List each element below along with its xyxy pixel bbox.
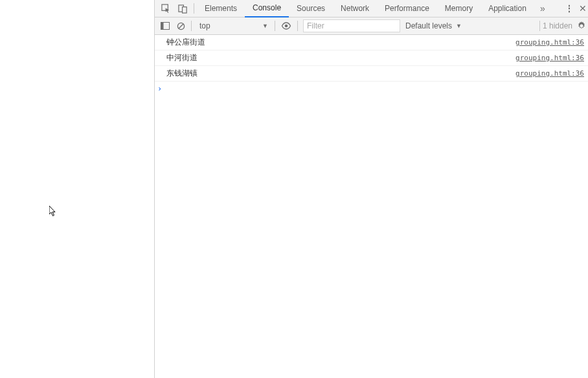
log-source-link[interactable]: grouping.html:36	[515, 37, 584, 49]
log-row: 钟公庙街道 grouping.html:36	[155, 35, 588, 50]
separator	[539, 21, 540, 31]
filter-input[interactable]	[307, 21, 396, 30]
svg-line-6	[178, 23, 183, 28]
separator	[194, 3, 194, 14]
console-input[interactable]	[165, 83, 584, 94]
tab-console[interactable]: Console	[245, 0, 289, 17]
console-prompt[interactable]: ›	[155, 82, 588, 95]
svg-point-7	[285, 25, 288, 28]
inspect-element-icon[interactable]	[157, 0, 174, 17]
page-viewport	[0, 0, 154, 378]
gear-icon[interactable]	[575, 19, 588, 33]
devtools-panel: Elements Console Sources Network Perform…	[154, 0, 588, 378]
log-source-link[interactable]: grouping.html:36	[515, 68, 584, 80]
log-message: 钟公庙街道	[166, 36, 515, 48]
tab-application[interactable]: Application	[481, 0, 534, 17]
console-output: 钟公庙街道 grouping.html:36 中河街道 grouping.htm…	[155, 35, 588, 378]
context-label: top	[199, 21, 210, 30]
separator	[297, 21, 298, 31]
tab-elements[interactable]: Elements	[197, 0, 245, 17]
chevron-down-icon: ▼	[262, 23, 268, 29]
tab-memory[interactable]: Memory	[437, 0, 481, 17]
log-row: 中河街道 grouping.html:36	[155, 50, 588, 66]
tab-sources[interactable]: Sources	[289, 0, 333, 17]
filter-field[interactable]	[303, 19, 400, 32]
live-expression-icon[interactable]	[278, 19, 295, 33]
console-toolbar: top ▼ Default levels ▼ 1 hidden	[155, 17, 588, 35]
prompt-chevron-icon: ›	[157, 84, 165, 93]
chevron-down-icon: ▼	[456, 23, 462, 29]
device-toolbar-icon[interactable]	[174, 0, 191, 17]
devtools-tabbar: Elements Console Sources Network Perform…	[155, 0, 588, 17]
log-row: 东钱湖镇 grouping.html:36	[155, 66, 588, 82]
hidden-count[interactable]: 1 hidden	[543, 21, 575, 30]
clear-console-icon[interactable]	[173, 18, 188, 34]
svg-rect-2	[182, 6, 187, 12]
tab-network[interactable]: Network	[333, 0, 377, 17]
log-source-link[interactable]: grouping.html:36	[515, 52, 584, 64]
separator	[191, 21, 192, 31]
levels-label: Default levels	[405, 21, 452, 30]
separator	[275, 21, 275, 31]
tab-performance[interactable]: Performance	[377, 0, 437, 17]
context-selector[interactable]: top ▼	[194, 19, 272, 32]
log-message: 中河街道	[166, 52, 515, 63]
toggle-sidebar-icon[interactable]	[157, 18, 173, 34]
log-message: 东钱湖镇	[166, 67, 515, 79]
kebab-menu-icon[interactable]: ⋮	[561, 0, 578, 17]
more-tabs-icon[interactable]: »	[534, 0, 551, 17]
svg-rect-4	[161, 23, 164, 30]
log-levels-selector[interactable]: Default levels ▼	[400, 19, 467, 32]
close-devtools-icon[interactable]: ✕	[578, 0, 588, 17]
